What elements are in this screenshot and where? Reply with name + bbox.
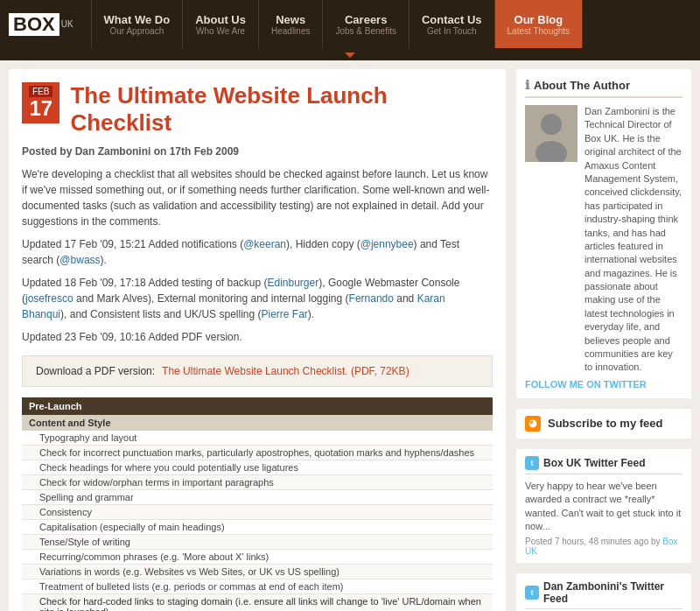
nav-about-us[interactable]: About Us Who We Are xyxy=(183,0,259,48)
twitter-posted-1: Posted 7 hours, 48 minutes ago by Box UK xyxy=(525,537,682,556)
link-josefresco[interactable]: josefresco xyxy=(25,292,74,305)
nav-main-label: Careers xyxy=(335,13,396,26)
about-author-title: ℹ About The Author xyxy=(525,78,682,98)
nav-what-we-do[interactable]: What We Do Our Approach xyxy=(91,0,184,48)
article-update1: Updated 17 Feb '09, 15:21 Added notifica… xyxy=(22,236,493,268)
twitter-box-title-2: t Dan Zambonini's Twitter Feed xyxy=(525,580,682,609)
link-pierre[interactable]: Pierre Far xyxy=(261,308,307,320)
twitter-box-title-1: t Box UK Twitter Feed xyxy=(525,456,682,474)
nav-sub-label: Get In Touch xyxy=(422,26,482,36)
table-row: Check for hard-coded links to staging do… xyxy=(22,594,493,611)
table-row: Check for widow/orphan terms in importan… xyxy=(22,475,493,490)
twitter-title-2: Dan Zambonini's Twitter Feed xyxy=(543,580,682,605)
logo-uk: UK xyxy=(61,19,74,29)
subscribe-box[interactable]: ◕ Subscribe to my feed xyxy=(516,409,691,439)
nav-main-label: News xyxy=(271,13,310,26)
author-photo-img xyxy=(525,105,578,162)
checklist-subsection-header: Content and Style xyxy=(22,415,493,431)
nav-sub-label: Headlines xyxy=(271,26,310,36)
nav-careers[interactable]: Careers Jobs & Benefits xyxy=(323,0,409,48)
link-jennybee[interactable]: @jennybee xyxy=(360,238,414,250)
nav-sub-label: Latest Thoughts xyxy=(508,26,570,36)
checklist-table: Pre-Launch Content and Style Typography … xyxy=(22,397,493,611)
section-prelaunch: Pre-Launch xyxy=(22,397,493,415)
table-row: Consistency xyxy=(22,505,493,520)
pdf-label: Download a PDF version: xyxy=(36,365,155,377)
info-icon: ℹ xyxy=(525,78,529,92)
table-row: Variations in words (e.g. Websites vs We… xyxy=(22,565,493,579)
pdf-link[interactable]: The Ultimate Website Launch Checklist. (… xyxy=(162,365,410,377)
nav-sub-label: Our Approach xyxy=(104,26,171,36)
twitter-title-1: Box UK Twitter Feed xyxy=(543,457,645,469)
date-badge: FEB 17 xyxy=(22,82,60,123)
about-author-text: Dan Zambonini is the Technical Director … xyxy=(584,105,682,375)
logo-area[interactable]: BOXUK xyxy=(9,13,74,36)
twitter-text-1: Very happy to hear we've been awarded a … xyxy=(525,480,682,534)
nav-main-label: Contact Us xyxy=(422,13,482,26)
date-day: 17 xyxy=(29,96,52,120)
sidebar: ℹ About The Author Dan Zambonini is the … xyxy=(516,69,691,611)
link-edinburger[interactable]: Edinburger xyxy=(268,277,319,289)
nav-sub-label: Who We Are xyxy=(195,26,246,36)
nav-sub-label: Jobs & Benefits xyxy=(335,26,396,36)
table-row: Check headings for where you could poten… xyxy=(22,460,493,475)
nav-contact[interactable]: Contact Us Get In Touch xyxy=(410,0,495,48)
header: BOXUK What We Do Our Approach About Us W… xyxy=(0,0,700,48)
table-row: Tense/Style of writing xyxy=(22,535,493,550)
twitter-icon-2: t xyxy=(525,586,539,600)
twitter-icon-1: t xyxy=(525,456,539,470)
follow-twitter-link[interactable]: FOLLOW ME ON TWITTER xyxy=(525,379,682,390)
main-nav: What We Do Our Approach About Us Who We … xyxy=(91,0,691,48)
table-row: Capitalisation (especially of main headi… xyxy=(22,520,493,535)
article: FEB 17 The Ultimate Website Launch Check… xyxy=(9,69,506,611)
nav-arrow-indicator xyxy=(345,53,355,58)
rss-icon: ◕ xyxy=(525,416,541,432)
nav-main-label: What We Do xyxy=(104,13,171,26)
about-author-heading: About The Author xyxy=(534,79,630,92)
subscribe-text: Subscribe to my feed xyxy=(548,417,662,430)
table-row: Treatment of bulleted lists (e.g. period… xyxy=(22,579,493,594)
author-photo xyxy=(525,105,578,162)
nav-news[interactable]: News Headlines xyxy=(259,0,323,48)
link-keeran[interactable]: @keeran xyxy=(243,238,286,250)
nav-arrow xyxy=(0,48,700,60)
article-meta: Posted by Dan Zambonini on 17th Feb 2009 xyxy=(22,145,493,158)
logo[interactable]: BOX xyxy=(9,13,60,36)
table-row: Spelling and grammar xyxy=(22,490,493,505)
nav-main-label: About Us xyxy=(195,13,246,26)
twitter-box-1: t Box UK Twitter Feed Very happy to hear… xyxy=(516,449,691,564)
link-fernando[interactable]: Fernando xyxy=(349,292,394,305)
subsection-content-style: Content and Style xyxy=(22,415,493,431)
article-intro: We're developing a checklist that all we… xyxy=(22,166,493,229)
nav-main-label: Our Blog xyxy=(508,13,570,26)
checklist-section-header: Pre-Launch xyxy=(22,397,493,415)
table-row: Check for incorrect punctuation marks, p… xyxy=(22,446,493,460)
article-update3: Updated 23 Feb '09, 10:16 Added PDF vers… xyxy=(22,329,493,345)
about-author-box: ℹ About The Author Dan Zambonini is the … xyxy=(516,69,691,398)
svg-point-1 xyxy=(541,114,562,135)
table-row: Recurring/common phrases (e.g. 'More abo… xyxy=(22,550,493,565)
article-title: The Ultimate Website Launch Checklist xyxy=(70,82,493,137)
table-row: Typography and layout xyxy=(22,431,493,446)
twitter-box-2: t Dan Zambonini's Twitter Feed @amythibo… xyxy=(516,573,691,611)
link-bwass[interactable]: @bwass xyxy=(60,254,100,266)
main-content: FEB 17 The Ultimate Website Launch Check… xyxy=(0,60,700,611)
article-update2: Updated 18 Feb '09, 17:18 Added testing … xyxy=(22,275,493,322)
article-body: We're developing a checklist that all we… xyxy=(22,166,493,345)
pdf-download-box: Download a PDF version: The Ultimate Web… xyxy=(22,355,493,387)
nav-blog[interactable]: Our Blog Latest Thoughts xyxy=(495,0,584,48)
